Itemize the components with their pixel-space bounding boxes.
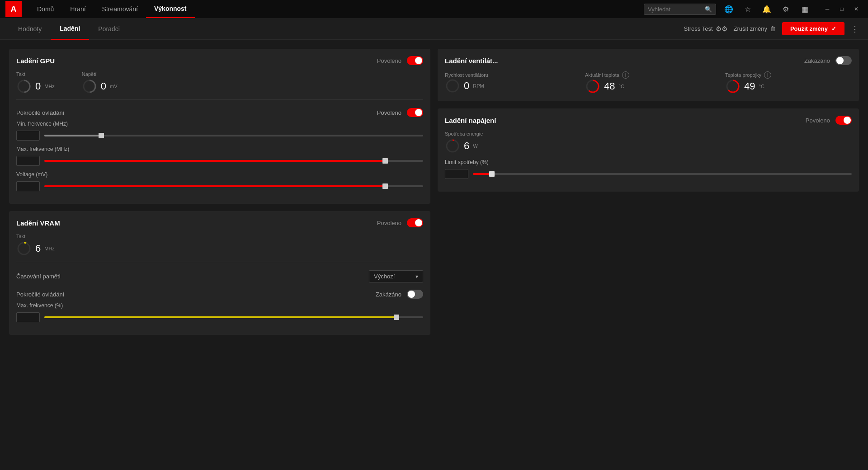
vram-advanced-row: Pokročilé ovládání Zakázáno bbox=[16, 286, 423, 302]
tab-poradci[interactable]: Poradci bbox=[89, 18, 128, 40]
gpu-volt-input[interactable]: 1025 bbox=[16, 181, 40, 191]
power-limit-track[interactable] bbox=[473, 173, 852, 175]
vram-advanced-label: Pokročilé ovládání bbox=[16, 291, 64, 298]
junction-temp-unit: °C bbox=[759, 84, 764, 89]
vram-clock-value-row: 6 MHz bbox=[16, 241, 55, 256]
nav-domu[interactable]: Domů bbox=[29, 0, 62, 18]
discard-button[interactable]: Zrušit změny 🗑 bbox=[734, 25, 776, 32]
vram-advanced-disabled-label: Zakázáno bbox=[376, 291, 401, 298]
stress-test-icon: ⚙⚙ bbox=[716, 25, 727, 33]
gpu-volt-track[interactable] bbox=[44, 185, 423, 187]
fan-speed-value-row: 0 RPM bbox=[445, 78, 571, 94]
gpu-volt-thumb[interactable] bbox=[382, 183, 388, 189]
star-icon[interactable]: ☆ bbox=[741, 3, 754, 15]
discard-label: Zrušit změny bbox=[734, 25, 767, 32]
vram-max-freq-pct-input[interactable]: 107 bbox=[16, 312, 40, 322]
fan-enabled-toggle[interactable] bbox=[835, 56, 852, 65]
power-limit-slider-row: 10 bbox=[445, 169, 852, 179]
vram-timing-row: Časování paměti Výchozí ▾ bbox=[16, 267, 423, 286]
nav-vykonnost[interactable]: Výkonnost bbox=[146, 0, 195, 18]
power-limit-thumb[interactable] bbox=[489, 171, 495, 177]
vram-max-freq-pct-track[interactable] bbox=[44, 316, 423, 318]
gpu-metrics-row: Takt 0 MHz Napětí bbox=[16, 71, 423, 94]
gpu-enabled-toggle[interactable] bbox=[407, 56, 423, 65]
power-enabled-toggle[interactable] bbox=[835, 116, 852, 125]
gpu-voltage-metric: Napětí 0 mV bbox=[82, 71, 118, 94]
vram-clock-metric: Takt 6 MHz bbox=[16, 234, 55, 256]
power-panel-header-right: Povoleno bbox=[806, 116, 852, 125]
power-enabled-label: Povoleno bbox=[806, 117, 830, 124]
gpu-max-freq-thumb[interactable] bbox=[382, 158, 388, 164]
current-temp-metric: Aktuální teplota i 48 °C bbox=[585, 71, 712, 94]
settings-icon[interactable]: ⚙ bbox=[779, 3, 792, 15]
vram-clock-gauge bbox=[16, 241, 32, 256]
nav-streamovani[interactable]: Streamování bbox=[94, 0, 146, 18]
vram-max-freq-pct-section: Max. frekvence (%) 107 bbox=[16, 302, 423, 322]
gpu-max-freq-section: Max. frekvence (MHz) 2500 bbox=[16, 146, 423, 166]
svg-point-4 bbox=[18, 243, 30, 254]
vram-timing-dropdown[interactable]: Výchozí ▾ bbox=[369, 270, 423, 282]
gpu-voltage-unit: mV bbox=[110, 84, 118, 89]
gpu-max-freq-track[interactable] bbox=[44, 160, 423, 162]
svg-point-11 bbox=[447, 140, 458, 152]
nav-hrani[interactable]: Hraní bbox=[62, 0, 94, 18]
titlebar: A Domů Hraní Streamování Výkonnost 🔍 🌐 ☆… bbox=[0, 0, 868, 18]
gpu-advanced-toggle[interactable] bbox=[407, 108, 423, 117]
energy-gauge bbox=[445, 138, 460, 154]
gpu-panel-header-right: Povoleno bbox=[377, 56, 423, 65]
gpu-max-freq-fill bbox=[44, 160, 385, 162]
search-icon: 🔍 bbox=[705, 6, 712, 13]
gpu-min-freq-section: Min. frekvence (MHz) 500 bbox=[16, 121, 423, 141]
layout-icon[interactable]: ▦ bbox=[798, 3, 811, 15]
current-temp-value-row: 48 °C bbox=[585, 79, 712, 94]
svg-point-6 bbox=[447, 80, 458, 92]
tab-ladeni[interactable]: Ladění bbox=[51, 18, 89, 40]
gpu-min-freq-input[interactable]: 500 bbox=[16, 131, 40, 141]
fan-metrics: Rychlost ventilátoru 0 RPM Aktuální tepl… bbox=[445, 71, 852, 94]
vram-advanced-toggle[interactable] bbox=[407, 290, 423, 299]
fan-speed-unit: RPM bbox=[473, 83, 484, 89]
apply-check-icon: ✓ bbox=[831, 25, 836, 32]
current-temp-info-icon[interactable]: i bbox=[622, 71, 629, 79]
maximize-button[interactable]: □ bbox=[835, 3, 848, 15]
vram-max-freq-pct-thumb[interactable] bbox=[394, 315, 399, 320]
fan-panel-header-right: Zakázáno bbox=[804, 56, 852, 65]
power-limit-input[interactable]: 10 bbox=[445, 169, 468, 179]
fan-speed-value: 0 bbox=[464, 80, 469, 92]
vram-panel-header-right: Povoleno bbox=[377, 218, 423, 227]
gpu-min-freq-thumb[interactable] bbox=[99, 133, 104, 138]
globe-icon[interactable]: 🌐 bbox=[722, 3, 735, 15]
vram-clock-label: Takt bbox=[16, 234, 55, 239]
junction-temp-info-icon[interactable]: i bbox=[764, 71, 771, 79]
search-input[interactable] bbox=[648, 6, 702, 13]
gpu-clock-metric: Takt 0 MHz bbox=[16, 71, 55, 94]
gpu-min-freq-track[interactable] bbox=[44, 135, 423, 136]
power-limit-label: Limit spotřeby (%) bbox=[445, 159, 852, 165]
minimize-button[interactable]: ─ bbox=[821, 3, 834, 15]
power-panel-title: Ladění napájení bbox=[445, 117, 496, 124]
fan-speed-metric: Rychlost ventilátoru 0 RPM bbox=[445, 71, 571, 94]
vram-panel-header: Ladění VRAM Povoleno bbox=[16, 218, 423, 227]
subbar-actions: Stress Test ⚙⚙ Zrušit změny 🗑 Použít změ… bbox=[684, 22, 859, 35]
gpu-advanced-enabled-label: Povoleno bbox=[377, 109, 401, 116]
gpu-voltage-value-row: 0 mV bbox=[82, 79, 118, 94]
gpu-min-freq-label: Min. frekvence (MHz) bbox=[16, 121, 423, 127]
more-options-button[interactable]: ⋮ bbox=[851, 24, 859, 34]
apply-button[interactable]: Použít změny ✓ bbox=[782, 22, 844, 35]
tab-hodnoty[interactable]: Hodnoty bbox=[9, 18, 51, 40]
gpu-voltage-label: Napětí bbox=[82, 71, 118, 77]
bell-icon[interactable]: 🔔 bbox=[760, 3, 773, 15]
gpu-volt-slider-row: 1025 bbox=[16, 181, 423, 191]
current-temp-gauge bbox=[585, 79, 600, 94]
close-button[interactable]: ✕ bbox=[850, 3, 863, 15]
gpu-max-freq-label: Max. frekvence (MHz) bbox=[16, 146, 423, 152]
gpu-volt-label: Voltage (mV) bbox=[16, 171, 423, 178]
gpu-clock-value-row: 0 MHz bbox=[16, 79, 55, 94]
fan-speed-label: Rychlost ventilátoru bbox=[445, 72, 488, 78]
fan-panel-title: Ladění ventilát... bbox=[445, 57, 498, 65]
gpu-max-freq-input[interactable]: 2500 bbox=[16, 156, 40, 166]
junction-temp-value-row: 49 °C bbox=[725, 79, 852, 94]
stress-test-button[interactable]: Stress Test ⚙⚙ bbox=[684, 25, 727, 33]
vram-enabled-toggle[interactable] bbox=[407, 218, 423, 227]
search-box[interactable]: 🔍 bbox=[644, 4, 716, 15]
